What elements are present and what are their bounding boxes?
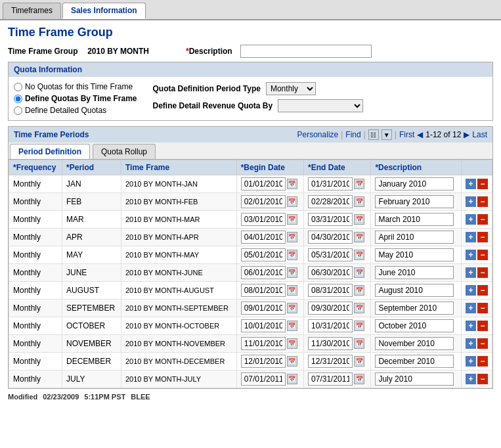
tab-quota-rollup[interactable]: Quota Rollup <box>93 144 156 159</box>
description-input[interactable] <box>375 266 454 279</box>
begin-date-input[interactable] <box>241 337 286 350</box>
begin-date-cal-icon[interactable]: 📅 <box>287 374 297 384</box>
personalize-link[interactable]: Personalize <box>297 130 339 139</box>
begin-date-cal-icon[interactable]: 📅 <box>287 214 297 225</box>
end-date-cal-icon[interactable]: 📅 <box>354 303 364 313</box>
first-link[interactable]: First <box>399 130 414 139</box>
delete-row-button[interactable]: − <box>477 196 488 207</box>
delete-row-button[interactable]: − <box>477 338 488 349</box>
end-date-cal-icon[interactable]: 📅 <box>354 338 364 349</box>
begin-date-cal-icon[interactable]: 📅 <box>287 338 297 349</box>
end-date-input[interactable] <box>308 177 353 190</box>
add-row-button[interactable]: + <box>466 303 476 313</box>
end-date-input[interactable] <box>308 337 353 350</box>
begin-date-cal-icon[interactable]: 📅 <box>287 285 297 296</box>
quota-radio-no-quota[interactable] <box>14 83 22 91</box>
end-date-cal-icon[interactable]: 📅 <box>354 267 364 278</box>
tab-sales-info[interactable]: Sales Information <box>62 3 146 19</box>
begin-date-input[interactable] <box>241 355 286 368</box>
begin-date-input[interactable] <box>241 372 286 386</box>
delete-row-button[interactable]: − <box>477 321 488 331</box>
end-date-input[interactable] <box>308 248 353 261</box>
description-input[interactable]: 2010 By Month <box>240 45 372 58</box>
end-date-cal-icon[interactable]: 📅 <box>354 232 364 242</box>
add-row-button[interactable]: + <box>466 214 476 225</box>
description-input[interactable] <box>375 302 454 315</box>
add-row-button[interactable]: + <box>466 321 476 331</box>
delete-row-button[interactable]: − <box>477 303 488 313</box>
end-date-cal-icon[interactable]: 📅 <box>354 321 364 331</box>
end-date-cal-icon[interactable]: 📅 <box>354 374 364 384</box>
delete-row-button[interactable]: − <box>477 179 488 189</box>
tab-timeframes[interactable]: Timeframes <box>3 3 61 19</box>
next-icon[interactable]: ▶ <box>464 130 469 139</box>
begin-date-cal-icon[interactable]: 📅 <box>287 250 297 260</box>
add-row-button[interactable]: + <box>466 285 476 296</box>
begin-date-input[interactable] <box>241 213 286 226</box>
begin-date-input[interactable] <box>241 195 286 208</box>
end-date-cal-icon[interactable]: 📅 <box>354 285 364 296</box>
delete-row-button[interactable]: − <box>477 232 488 242</box>
period-type-select[interactable]: Monthly Quarterly Yearly <box>266 82 316 95</box>
end-date-input[interactable] <box>308 195 353 208</box>
end-date-cal-icon[interactable]: 📅 <box>354 356 364 367</box>
begin-date-input[interactable] <box>241 302 286 315</box>
description-input[interactable] <box>375 177 454 190</box>
end-date-cal-icon[interactable]: 📅 <box>354 196 364 207</box>
description-input[interactable] <box>375 355 454 368</box>
begin-date-cal-icon[interactable]: 📅 <box>287 232 297 242</box>
detail-revenue-select[interactable] <box>278 99 363 112</box>
export-icon[interactable]: ▼ <box>381 129 392 140</box>
quota-radio-detailed[interactable] <box>14 106 22 115</box>
delete-row-button[interactable]: − <box>477 250 488 260</box>
add-row-button[interactable]: + <box>466 232 476 242</box>
description-input[interactable] <box>375 248 454 261</box>
prev-icon[interactable]: ◀ <box>417 130 423 139</box>
description-input[interactable] <box>375 195 454 208</box>
tab-period-definition[interactable]: Period Definition <box>10 144 90 159</box>
end-date-input[interactable] <box>308 372 353 386</box>
delete-row-button[interactable]: − <box>477 356 488 367</box>
description-input[interactable] <box>375 337 454 350</box>
end-date-input[interactable] <box>308 284 353 297</box>
begin-date-cal-icon[interactable]: 📅 <box>287 321 297 331</box>
find-link[interactable]: Find <box>345 130 360 139</box>
description-input[interactable] <box>375 231 454 244</box>
delete-row-button[interactable]: − <box>477 214 488 225</box>
add-row-button[interactable]: + <box>466 356 476 367</box>
begin-date-input[interactable] <box>241 266 286 279</box>
end-date-cal-icon[interactable]: 📅 <box>354 214 364 225</box>
end-date-cal-icon[interactable]: 📅 <box>354 179 364 189</box>
delete-row-button[interactable]: − <box>477 285 488 296</box>
add-row-button[interactable]: + <box>466 196 476 207</box>
description-input[interactable] <box>375 213 454 226</box>
add-row-button[interactable]: + <box>466 374 476 384</box>
quota-option-detailed[interactable]: Define Detailed Quotas <box>14 106 137 115</box>
add-row-button[interactable]: + <box>466 179 476 189</box>
begin-date-input[interactable] <box>241 284 286 297</box>
end-date-cal-icon[interactable]: 📅 <box>354 250 364 260</box>
description-input[interactable] <box>375 319 454 332</box>
delete-row-button[interactable]: − <box>477 267 488 278</box>
quota-option-by-timeframe[interactable]: Define Quotas By Time Frame <box>14 94 137 103</box>
add-row-button[interactable]: + <box>466 267 476 278</box>
begin-date-cal-icon[interactable]: 📅 <box>287 303 297 313</box>
end-date-input[interactable] <box>308 302 353 315</box>
begin-date-cal-icon[interactable]: 📅 <box>287 179 297 189</box>
begin-date-cal-icon[interactable]: 📅 <box>287 267 297 278</box>
end-date-input[interactable] <box>308 231 353 244</box>
end-date-input[interactable] <box>308 319 353 332</box>
delete-row-button[interactable]: − <box>477 374 488 384</box>
add-row-button[interactable]: + <box>466 250 476 260</box>
last-link[interactable]: Last <box>472 130 487 139</box>
begin-date-input[interactable] <box>241 177 286 190</box>
end-date-input[interactable] <box>308 355 353 368</box>
end-date-input[interactable] <box>308 266 353 279</box>
add-row-button[interactable]: + <box>466 338 476 349</box>
begin-date-cal-icon[interactable]: 📅 <box>287 196 297 207</box>
quota-option-no-quota[interactable]: No Quotas for this Time Frame <box>14 82 137 91</box>
begin-date-input[interactable] <box>241 319 286 332</box>
description-input[interactable] <box>375 372 454 386</box>
end-date-input[interactable] <box>308 213 353 226</box>
begin-date-input[interactable] <box>241 231 286 244</box>
